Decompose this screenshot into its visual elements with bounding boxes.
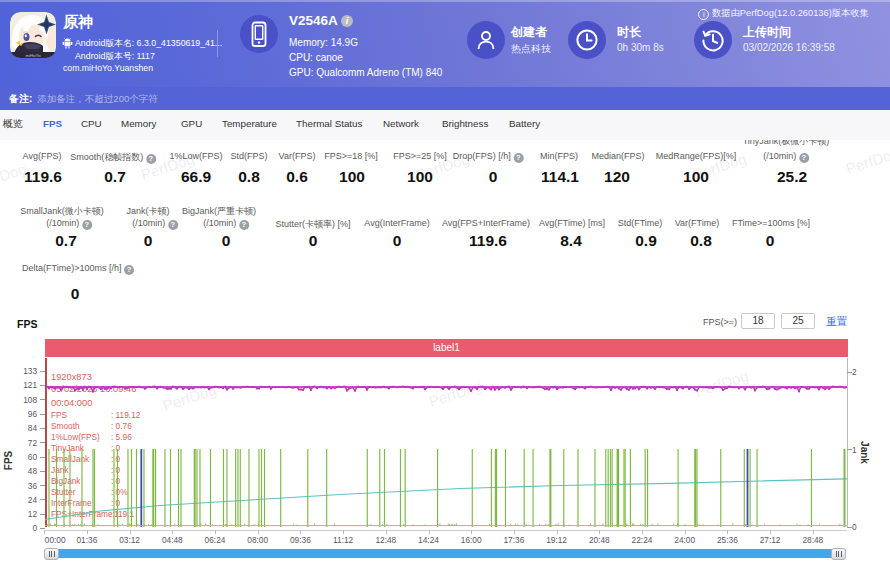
svg-text:miHoYo: miHoYo — [25, 53, 41, 58]
